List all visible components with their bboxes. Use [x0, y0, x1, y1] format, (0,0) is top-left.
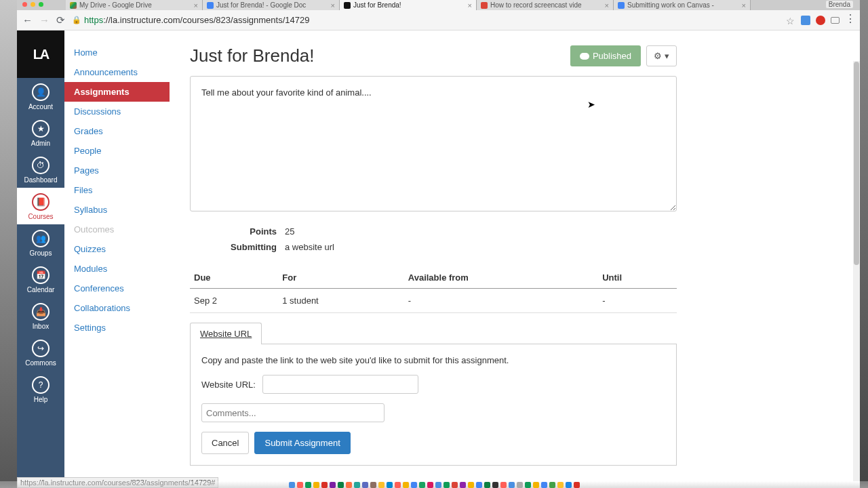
bookmark-star-icon[interactable]: ☆ — [786, 16, 795, 25]
global-nav-commons[interactable]: ↪Commons — [17, 334, 64, 371]
global-nav-dashboard[interactable]: ⏱Dashboard — [17, 151, 64, 188]
cast-icon[interactable] — [831, 17, 840, 24]
dock-app-icon[interactable] — [476, 482, 482, 488]
browser-tab[interactable]: Just for Brenda! - Google Doc× — [203, 0, 340, 10]
dock-app-icon[interactable] — [492, 482, 498, 488]
address-bar[interactable]: 🔒 https://la.instructure.com/courses/823… — [72, 15, 779, 25]
back-button[interactable]: ← — [22, 14, 33, 26]
logo[interactable]: LA — [17, 30, 64, 78]
calendar-icon: 📅 — [32, 266, 50, 284]
close-icon[interactable]: × — [194, 1, 198, 9]
dock-app-icon[interactable] — [541, 482, 547, 488]
global-nav-inbox[interactable]: 📥Inbox — [17, 298, 64, 334]
menu-icon[interactable]: ⋮ — [845, 16, 854, 25]
browser-tab[interactable]: How to record screencast vide× — [477, 0, 614, 10]
course-nav-modules[interactable]: Modules — [64, 259, 170, 279]
dock-app-icon[interactable] — [435, 482, 441, 488]
global-nav-admin[interactable]: ★Admin — [17, 115, 64, 151]
dock-app-icon[interactable] — [297, 482, 303, 488]
extension-icon[interactable] — [801, 16, 810, 25]
global-nav-account[interactable]: 👤Account — [17, 78, 64, 115]
browser-tab[interactable]: My Drive - Google Drive× — [66, 0, 203, 10]
course-nav-quizzes[interactable]: Quizzes — [64, 239, 170, 259]
tab-label: Just for Brenda! - Google Doc — [216, 1, 306, 9]
course-nav-syllabus[interactable]: Syllabus — [64, 200, 170, 220]
dock-app-icon[interactable] — [354, 482, 360, 488]
course-nav-files[interactable]: Files — [64, 180, 170, 200]
global-nav-groups[interactable]: 👥Groups — [17, 224, 64, 261]
submitting-value: a website url — [285, 242, 334, 252]
dock-app-icon[interactable] — [395, 482, 401, 488]
browser-tab[interactable]: Just for Brenda!× — [340, 0, 477, 10]
course-nav-assignments[interactable]: Assignments — [64, 82, 170, 102]
tab-label: Submitting work on Canvas - — [627, 1, 714, 9]
dock-app-icon[interactable] — [289, 482, 295, 488]
dock-app-icon[interactable] — [574, 482, 580, 488]
browser-tab[interactable]: Submitting work on Canvas -× — [614, 0, 751, 10]
browser-tab-strip: My Drive - Google Drive×Just for Brenda!… — [17, 0, 860, 10]
dock-app-icon[interactable] — [484, 482, 490, 488]
nav-label: Commons — [25, 359, 56, 367]
extension-icon[interactable] — [816, 16, 825, 25]
dock-app-icon[interactable] — [313, 482, 319, 488]
dock-app-icon[interactable] — [338, 482, 344, 488]
dock-app-icon[interactable] — [305, 482, 311, 488]
close-icon[interactable]: × — [331, 1, 335, 9]
settings-button[interactable]: ⚙ ▾ — [646, 45, 677, 66]
dock-app-icon[interactable] — [427, 482, 433, 488]
dock-app-icon[interactable] — [378, 482, 384, 488]
nav-label: Inbox — [33, 323, 49, 330]
dock-app-icon[interactable] — [566, 482, 572, 488]
close-icon[interactable]: × — [605, 1, 609, 9]
favicon — [207, 2, 214, 9]
dock-app-icon[interactable] — [387, 482, 393, 488]
global-nav-calendar[interactable]: 📅Calendar — [17, 261, 64, 298]
dock-app-icon[interactable] — [346, 482, 352, 488]
course-nav-collaborations[interactable]: Collaborations — [64, 298, 170, 318]
course-nav-conferences[interactable]: Conferences — [64, 279, 170, 298]
tab-label: Just for Brenda! — [353, 1, 401, 9]
dock-app-icon[interactable] — [500, 482, 507, 488]
dock-app-icon[interactable] — [330, 482, 336, 488]
dock-app-icon[interactable] — [452, 482, 458, 488]
published-button[interactable]: Published — [570, 45, 641, 66]
dock-app-icon[interactable] — [321, 482, 328, 488]
dock-app-icon[interactable] — [362, 482, 368, 488]
scrollbar[interactable] — [853, 61, 860, 481]
close-icon[interactable]: × — [468, 1, 472, 9]
global-nav-help[interactable]: ?Help — [17, 371, 64, 407]
dock-app-icon[interactable] — [403, 482, 409, 488]
dock-app-icon[interactable] — [557, 482, 564, 488]
course-nav-people[interactable]: People — [64, 141, 170, 161]
panel-instructions: Copy and paste the link to the web site … — [201, 355, 665, 365]
close-icon[interactable]: × — [742, 1, 746, 9]
dock[interactable] — [0, 481, 868, 488]
website-url-input[interactable] — [262, 375, 418, 394]
cancel-button[interactable]: Cancel — [201, 432, 249, 454]
global-nav-courses[interactable]: 📕Courses — [17, 188, 64, 224]
profile-badge[interactable]: Brenda — [826, 1, 853, 8]
comments-input[interactable] — [201, 403, 384, 422]
dock-app-icon[interactable] — [460, 482, 466, 488]
dock-app-icon[interactable] — [509, 482, 515, 488]
course-nav-pages[interactable]: Pages — [64, 161, 170, 180]
dock-app-icon[interactable] — [525, 482, 531, 488]
nav-label: Calendar — [27, 286, 55, 293]
dock-app-icon[interactable] — [533, 482, 539, 488]
course-nav-settings[interactable]: Settings — [64, 318, 170, 338]
reload-button[interactable]: ⟳ — [56, 14, 65, 26]
dock-app-icon[interactable] — [549, 482, 555, 488]
dock-app-icon[interactable] — [517, 482, 523, 488]
dock-app-icon[interactable] — [411, 482, 417, 488]
course-nav-home[interactable]: Home — [64, 43, 170, 62]
course-nav-grades[interactable]: Grades — [64, 121, 170, 141]
dock-app-icon[interactable] — [370, 482, 376, 488]
course-nav-announcements[interactable]: Announcements — [64, 62, 170, 82]
course-nav-discussions[interactable]: Discussions — [64, 102, 170, 121]
dock-app-icon[interactable] — [468, 482, 474, 488]
dock-app-icon[interactable] — [419, 482, 425, 488]
tab-website-url[interactable]: Website URL — [190, 323, 262, 344]
dock-app-icon[interactable] — [443, 482, 450, 488]
window-controls[interactable] — [22, 2, 43, 7]
submit-assignment-button[interactable]: Submit Assignment — [254, 432, 350, 454]
